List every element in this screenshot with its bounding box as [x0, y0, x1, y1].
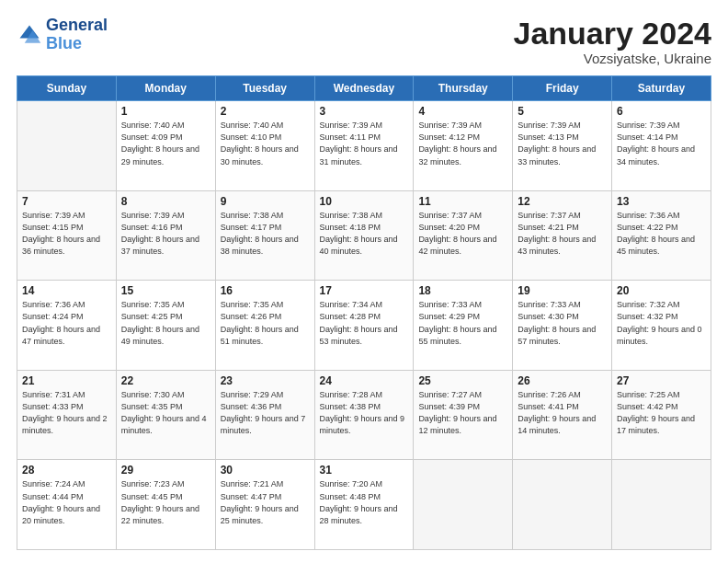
day-number: 22 [121, 374, 210, 387]
day-info: Sunrise: 7:39 AMSunset: 4:12 PMDaylight:… [418, 120, 507, 167]
calendar-cell: 25Sunrise: 7:27 AMSunset: 4:39 PMDayligh… [414, 370, 513, 460]
day-number: 1 [121, 105, 210, 118]
day-header-wednesday: Wednesday [314, 76, 414, 101]
calendar-cell: 15Sunrise: 7:35 AMSunset: 4:25 PMDayligh… [116, 281, 215, 371]
calendar-cell: 5Sunrise: 7:39 AMSunset: 4:13 PMDaylight… [513, 101, 612, 191]
day-info: Sunrise: 7:37 AMSunset: 4:21 PMDaylight:… [518, 210, 607, 258]
day-header-thursday: Thursday [414, 76, 513, 101]
calendar-cell: 8Sunrise: 7:39 AMSunset: 4:16 PMDaylight… [116, 190, 215, 281]
calendar-cell: 19Sunrise: 7:33 AMSunset: 4:30 PMDayligh… [513, 281, 612, 371]
day-number: 30 [221, 464, 310, 477]
day-info: Sunrise: 7:39 AMSunset: 4:13 PMDaylight:… [518, 120, 607, 167]
day-number: 3 [320, 105, 409, 118]
day-info: Sunrise: 7:38 AMSunset: 4:18 PMDaylight:… [320, 210, 409, 258]
day-number: 9 [221, 195, 310, 208]
calendar-cell: 23Sunrise: 7:29 AMSunset: 4:36 PMDayligh… [215, 370, 314, 460]
day-number: 28 [22, 464, 111, 477]
logo-icon [17, 22, 42, 48]
day-info: Sunrise: 7:40 AMSunset: 4:09 PMDaylight:… [121, 120, 210, 167]
day-number: 5 [518, 105, 607, 118]
day-info: Sunrise: 7:35 AMSunset: 4:26 PMDaylight:… [221, 299, 310, 347]
calendar-cell: 24Sunrise: 7:28 AMSunset: 4:38 PMDayligh… [314, 370, 414, 460]
calendar-title: January 2024 [514, 17, 712, 51]
calendar-cell: 3Sunrise: 7:39 AMSunset: 4:11 PMDaylight… [314, 101, 414, 191]
calendar-cell: 16Sunrise: 7:35 AMSunset: 4:26 PMDayligh… [215, 281, 314, 371]
calendar-cell: 29Sunrise: 7:23 AMSunset: 4:45 PMDayligh… [116, 460, 215, 550]
day-header-monday: Monday [116, 76, 215, 101]
logo-text: General Blue [46, 17, 108, 53]
calendar-cell: 7Sunrise: 7:39 AMSunset: 4:15 PMDaylight… [17, 190, 117, 281]
day-header-sunday: Sunday [17, 76, 117, 101]
day-number: 23 [221, 374, 310, 387]
day-info: Sunrise: 7:23 AMSunset: 4:45 PMDaylight:… [121, 478, 210, 526]
day-header-tuesday: Tuesday [215, 76, 314, 101]
day-info: Sunrise: 7:34 AMSunset: 4:28 PMDaylight:… [320, 299, 409, 347]
day-number: 15 [121, 284, 210, 297]
day-info: Sunrise: 7:21 AMSunset: 4:47 PMDaylight:… [221, 478, 310, 526]
day-number: 27 [617, 374, 706, 387]
calendar-cell [612, 460, 711, 550]
calendar-cell: 12Sunrise: 7:37 AMSunset: 4:21 PMDayligh… [513, 190, 612, 281]
day-info: Sunrise: 7:28 AMSunset: 4:38 PMDaylight:… [320, 389, 409, 437]
calendar-cell [414, 460, 513, 550]
calendar-table: SundayMondayTuesdayWednesdayThursdayFrid… [17, 75, 711, 550]
logo: General Blue [17, 17, 108, 53]
day-info: Sunrise: 7:39 AMSunset: 4:15 PMDaylight:… [22, 210, 111, 258]
page: General Blue January 2024 Vozsiyatske, U… [0, 0, 728, 563]
calendar-cell: 22Sunrise: 7:30 AMSunset: 4:35 PMDayligh… [116, 370, 215, 460]
calendar-cell: 27Sunrise: 7:25 AMSunset: 4:42 PMDayligh… [612, 370, 711, 460]
day-info: Sunrise: 7:38 AMSunset: 4:17 PMDaylight:… [221, 210, 310, 258]
day-info: Sunrise: 7:33 AMSunset: 4:30 PMDaylight:… [518, 299, 607, 347]
day-number: 25 [418, 374, 507, 387]
calendar-cell: 14Sunrise: 7:36 AMSunset: 4:24 PMDayligh… [17, 281, 117, 371]
day-info: Sunrise: 7:31 AMSunset: 4:33 PMDaylight:… [22, 389, 111, 437]
calendar-cell: 1Sunrise: 7:40 AMSunset: 4:09 PMDaylight… [116, 101, 215, 191]
day-info: Sunrise: 7:39 AMSunset: 4:16 PMDaylight:… [121, 210, 210, 258]
day-header-saturday: Saturday [612, 76, 711, 101]
day-number: 14 [22, 284, 111, 297]
day-info: Sunrise: 7:32 AMSunset: 4:32 PMDaylight:… [617, 299, 706, 347]
day-info: Sunrise: 7:25 AMSunset: 4:42 PMDaylight:… [617, 389, 706, 437]
day-number: 18 [418, 284, 507, 297]
day-number: 26 [518, 374, 607, 387]
day-number: 13 [617, 195, 706, 208]
day-info: Sunrise: 7:30 AMSunset: 4:35 PMDaylight:… [121, 389, 210, 437]
day-number: 8 [121, 195, 210, 208]
day-info: Sunrise: 7:39 AMSunset: 4:14 PMDaylight:… [617, 120, 706, 167]
day-number: 29 [121, 464, 210, 477]
calendar-cell: 6Sunrise: 7:39 AMSunset: 4:14 PMDaylight… [612, 101, 711, 191]
day-number: 7 [22, 195, 111, 208]
day-header-friday: Friday [513, 76, 612, 101]
calendar-cell: 17Sunrise: 7:34 AMSunset: 4:28 PMDayligh… [314, 281, 414, 371]
week-row-4: 28Sunrise: 7:24 AMSunset: 4:44 PMDayligh… [17, 460, 711, 550]
day-number: 16 [221, 284, 310, 297]
calendar-subtitle: Vozsiyatske, Ukraine [514, 51, 712, 66]
day-number: 20 [617, 284, 706, 297]
header: General Blue January 2024 Vozsiyatske, U… [17, 17, 711, 66]
day-info: Sunrise: 7:37 AMSunset: 4:20 PMDaylight:… [418, 210, 507, 258]
calendar-cell: 11Sunrise: 7:37 AMSunset: 4:20 PMDayligh… [414, 190, 513, 281]
week-row-3: 21Sunrise: 7:31 AMSunset: 4:33 PMDayligh… [17, 370, 711, 460]
day-info: Sunrise: 7:27 AMSunset: 4:39 PMDaylight:… [418, 389, 507, 437]
calendar-cell [17, 101, 117, 191]
calendar-cell: 28Sunrise: 7:24 AMSunset: 4:44 PMDayligh… [17, 460, 117, 550]
day-number: 6 [617, 105, 706, 118]
day-info: Sunrise: 7:33 AMSunset: 4:29 PMDaylight:… [418, 299, 507, 347]
calendar-cell: 10Sunrise: 7:38 AMSunset: 4:18 PMDayligh… [314, 190, 414, 281]
day-number: 17 [320, 284, 409, 297]
calendar-cell: 18Sunrise: 7:33 AMSunset: 4:29 PMDayligh… [414, 281, 513, 371]
day-number: 21 [22, 374, 111, 387]
week-row-1: 7Sunrise: 7:39 AMSunset: 4:15 PMDaylight… [17, 190, 711, 281]
calendar-cell [513, 460, 612, 550]
day-number: 4 [418, 105, 507, 118]
day-number: 19 [518, 284, 607, 297]
calendar-cell: 21Sunrise: 7:31 AMSunset: 4:33 PMDayligh… [17, 370, 117, 460]
day-info: Sunrise: 7:39 AMSunset: 4:11 PMDaylight:… [320, 120, 409, 167]
day-number: 24 [320, 374, 409, 387]
week-row-2: 14Sunrise: 7:36 AMSunset: 4:24 PMDayligh… [17, 281, 711, 371]
week-row-0: 1Sunrise: 7:40 AMSunset: 4:09 PMDaylight… [17, 101, 711, 191]
day-info: Sunrise: 7:29 AMSunset: 4:36 PMDaylight:… [221, 389, 310, 437]
calendar-cell: 26Sunrise: 7:26 AMSunset: 4:41 PMDayligh… [513, 370, 612, 460]
calendar-cell: 2Sunrise: 7:40 AMSunset: 4:10 PMDaylight… [215, 101, 314, 191]
day-info: Sunrise: 7:35 AMSunset: 4:25 PMDaylight:… [121, 299, 210, 347]
